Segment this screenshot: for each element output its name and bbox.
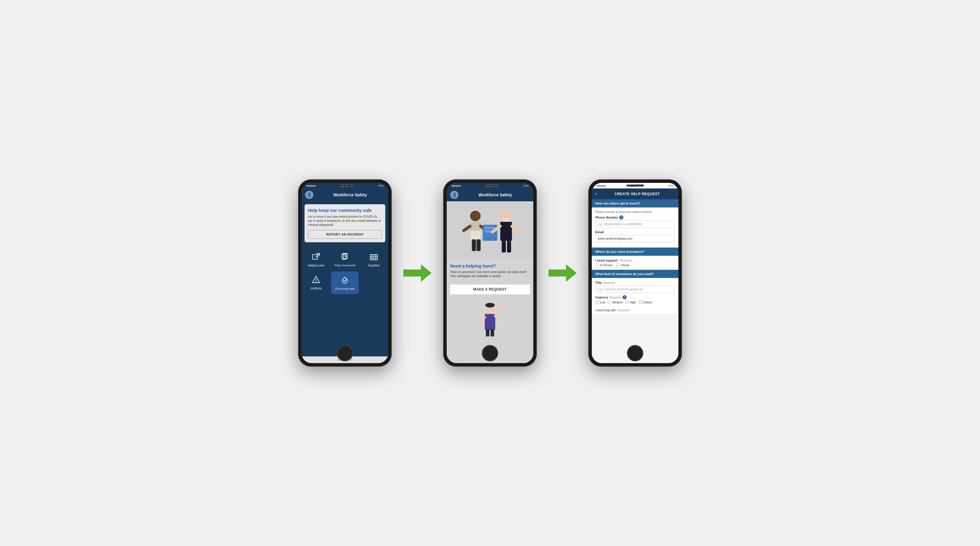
create-help-title: CREATE HELP REQUEST [600, 192, 675, 196]
incident-desc: Let us know if you have tested positive … [308, 215, 382, 227]
status-bar-1: Verizon 12:39 AM 27% [302, 183, 388, 188]
grid-item-policy[interactable]: Policy Documents [331, 248, 360, 271]
incident-card: Help keep our community safe Let us know… [304, 204, 385, 242]
helpful-links-icon [311, 252, 321, 262]
phone-1: Verizon 12:39 AM 27% 👤 Workforce Safety … [298, 179, 392, 367]
svg-rect-25 [500, 222, 512, 241]
svg-rect-0 [312, 255, 318, 259]
header-title-2: Workforce Safety [461, 193, 530, 197]
virtual-label: Virtual [621, 264, 629, 267]
grid-item-facilities[interactable]: Facilities [359, 248, 388, 271]
where-section-body: I need support: Required In-Person Virtu… [592, 256, 678, 270]
svg-point-15 [470, 211, 480, 221]
header-bar-1: 👤 Workforce Safety [302, 188, 388, 201]
grid-item-incidents[interactable]: Incidents [302, 271, 331, 295]
assistance-section-header: What kind of assistance do you need? [592, 270, 678, 278]
support-options: In-Person Virtual [595, 263, 675, 267]
report-btn[interactable]: REPORT AN INCIDENT [308, 230, 382, 239]
svg-rect-27 [507, 241, 511, 253]
support-label: I need support: Required [595, 259, 675, 262]
arrow-1 [403, 264, 431, 282]
svg-point-32 [501, 303, 505, 307]
support-required: Required [620, 259, 632, 262]
facilities-icon [369, 252, 379, 262]
make-request-btn[interactable]: MAKE A REQUEST [450, 284, 530, 294]
in-person-option[interactable]: In-Person [595, 263, 612, 267]
help-heading: Need a helping hand? [450, 263, 530, 268]
svg-point-30 [485, 303, 495, 307]
svg-rect-17 [470, 222, 480, 231]
time-1: 12:39 AM [340, 184, 353, 187]
medium-label: Medium [612, 301, 623, 304]
phone-2: Verizon 12:39 AM 27% 👤 Workforce Safety [443, 179, 537, 367]
svg-rect-26 [502, 241, 506, 253]
title-required: Required [603, 281, 615, 284]
status-bar-2: Verizon 12:39 AM 27% [447, 183, 533, 188]
avatar-2: 👤 [450, 191, 458, 199]
where-section-header: Where do you need assistance? [592, 248, 678, 256]
high-radio[interactable] [625, 301, 628, 304]
contact-section-header: How can others get in touch? [592, 199, 678, 207]
header-title-1: Workforce Safety [316, 193, 385, 197]
phone3-header: ‹ CREATE HELP REQUEST [592, 188, 678, 199]
svg-rect-34 [491, 329, 494, 336]
critical-option[interactable]: Critical [638, 301, 652, 304]
svg-point-13 [316, 281, 317, 282]
policy-icon [340, 252, 350, 262]
title-input[interactable]: e.g. I need my groceries picked up [595, 286, 675, 293]
community-help-icon [340, 275, 350, 286]
incidents-label: Incidents [310, 287, 322, 290]
illustration-top [447, 201, 533, 260]
email-input[interactable]: karen.anderson@app.com [595, 235, 675, 242]
virtual-radio[interactable] [616, 263, 620, 267]
svg-rect-31 [485, 314, 495, 330]
critical-radio[interactable] [638, 301, 642, 304]
phone-3: Verizon 12:37 AM 27% ‹ CREATE HELP REQUE… [588, 179, 682, 367]
svg-rect-21 [484, 227, 496, 229]
help-with-required: Required [617, 309, 630, 312]
phone3-content: How can others get in touch? Please prov… [592, 199, 678, 363]
svg-rect-19 [477, 239, 480, 251]
scene: Verizon 12:39 AM 27% 👤 Workforce Safety … [298, 179, 682, 367]
high-option[interactable]: High [625, 301, 636, 304]
in-person-radio[interactable] [595, 263, 599, 267]
virtual-option[interactable]: Virtual [616, 263, 629, 267]
low-option[interactable]: Low [595, 301, 605, 304]
help-with-label: I need help with: [595, 309, 617, 312]
svg-rect-33 [486, 329, 489, 336]
contact-section-body: Please provide at least one contact meth… [592, 207, 678, 248]
incident-title: Help keep our community safe [308, 208, 382, 213]
urgency-help-icon[interactable]: ? [622, 295, 627, 299]
battery-2: 27% [523, 184, 529, 187]
illustration-bottom [447, 297, 533, 363]
phone1-content: Help keep our community safe Let us know… [302, 201, 388, 363]
carrier-2: Verizon [451, 184, 461, 187]
phone2-content: Need a helping hand? Short on groceries?… [447, 201, 533, 363]
status-bar-3: Verizon 12:37 AM 27% [592, 183, 678, 188]
low-label: Low [600, 301, 605, 304]
phone-input[interactable]: e.g. 1234567890 or +1234567890 [595, 221, 675, 228]
contact-subtitle: Please provide at least one contact meth… [595, 210, 675, 213]
urgency-field-label: Urgency Required ? [595, 295, 675, 299]
phone-label: Phone Number ? [595, 215, 675, 220]
in-person-label: In-Person [600, 264, 612, 267]
grid-icons: Helpful Links Policy Documents [302, 245, 388, 298]
time-3: 12:37 AM [631, 184, 644, 187]
header-bar-2: 👤 Workforce Safety [447, 188, 533, 201]
bottom-bar: I need help with: Required [592, 307, 678, 314]
medium-option[interactable]: Medium [608, 301, 623, 304]
back-button[interactable]: ‹ [595, 191, 597, 197]
arrow-2 [549, 264, 577, 282]
facilities-label: Facilities [368, 264, 379, 267]
title-field-label: Title Required [595, 281, 675, 284]
assistance-section-body: Title Required e.g. I need my groceries … [592, 278, 678, 307]
phone-help-icon[interactable]: ? [619, 215, 624, 220]
low-radio[interactable] [595, 301, 599, 304]
urgency-required: Required [609, 296, 621, 299]
grid-item-community-help[interactable]: Community Help [331, 272, 359, 294]
help-text-section: Need a helping hand? Short on groceries?… [447, 260, 533, 282]
carrier-3: Verizon [597, 184, 606, 187]
incidents-icon [311, 274, 321, 285]
medium-radio[interactable] [608, 301, 611, 304]
grid-item-helpful-links[interactable]: Helpful Links [302, 248, 331, 271]
